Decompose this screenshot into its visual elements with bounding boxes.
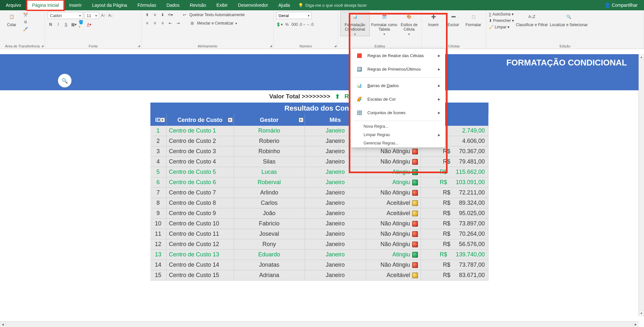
filter-dropdown-icon[interactable]: ▾ [299, 118, 303, 122]
table-row[interactable]: 5 Centro de Custo 5 Lucas Janeiro Atingi… [150, 167, 488, 177]
tell-me[interactable]: 💡 Diga-me o que você deseja fazer [298, 3, 367, 8]
table-row[interactable]: 8 Centro de Custo 8 Carlos Janeiro Aceit… [150, 198, 488, 208]
menu-icon-sets[interactable]: 🔣Conjuntos de Ícones▶ [351, 106, 445, 119]
number-format-combo[interactable] [276, 12, 312, 19]
table-row[interactable]: 10 Centro de Custo 10 Fabricio Janeiro N… [150, 219, 488, 229]
chevron-right-icon: ▶ [438, 111, 440, 114]
table-row[interactable]: 12 Centro de Custo 12 Rony Janeiro Não A… [150, 239, 488, 250]
tab-layout[interactable]: Layout da Página [87, 0, 132, 10]
table-row[interactable]: 11 Centro de Custo 11 Joseval Janeiro Nã… [150, 229, 488, 239]
table-row[interactable]: 6 Centro de Custo 6 Roberval Janeiro Ati… [150, 177, 488, 188]
align-left-icon[interactable]: ≡ [144, 20, 150, 26]
fill-color-button[interactable]: 🪣▾ [79, 22, 84, 27]
wrap-text-icon: ↩ [182, 12, 187, 18]
header-gestor[interactable]: Gestor▾ [234, 114, 305, 126]
increase-font-icon[interactable]: A↑ [100, 13, 106, 18]
menu-clear-rules[interactable]: Limpar Regras▶ [351, 131, 445, 139]
tab-exibir[interactable]: Exibir [211, 0, 233, 10]
tab-arquivo[interactable]: Arquivo [0, 0, 27, 10]
fill-button[interactable]: ⬇ Preencher ▾ [489, 18, 514, 23]
tab-ajuda[interactable]: Ajuda [273, 0, 295, 10]
header-id[interactable]: ID▾ [150, 114, 166, 126]
tab-formulas[interactable]: Fórmulas [132, 0, 161, 10]
align-center-icon[interactable]: ≡ [152, 20, 158, 26]
horizontal-scrollbar[interactable]: ◀▶ [0, 322, 639, 327]
decrease-font-icon[interactable]: A↓ [108, 13, 113, 18]
merge-center-button[interactable]: Mesclar e Centralizar [197, 21, 233, 25]
scroll-up-icon[interactable]: ▲ [639, 54, 644, 60]
delete-cells-button[interactable]: ➖Excluir [444, 12, 462, 27]
vertical-scrollbar[interactable]: ▲▼ [639, 54, 644, 316]
scroll-right-icon[interactable]: ▶ [633, 322, 639, 327]
font-size-combo[interactable]: 11▾ [84, 12, 99, 19]
underline-button[interactable]: S [63, 22, 69, 27]
cell-id: 7 [150, 188, 166, 198]
cell-id: 2 [150, 136, 166, 146]
insert-cells-button[interactable]: ➕Inserir [424, 12, 442, 27]
filter-dropdown-icon[interactable]: ▾ [228, 118, 232, 122]
conditional-formatting-button[interactable]: 📊 Formatação Condicional▾ [341, 12, 369, 36]
table-row[interactable]: 9 Centro de Custo 9 João Janeiro Aceitáv… [150, 208, 488, 219]
orientation-icon[interactable]: ⟲▾ [167, 12, 173, 18]
autosum-button[interactable]: ∑ AutoSoma ▾ [489, 12, 514, 16]
menu-new-rule[interactable]: Nova Regra... [351, 122, 445, 131]
align-right-icon[interactable]: ≡ [160, 20, 166, 26]
format-icon: ⬚ [468, 12, 478, 22]
paste-button[interactable]: 📋 Colar [3, 12, 21, 27]
increase-indent-icon[interactable]: ⇥ [175, 20, 181, 26]
table-row[interactable]: 7 Centro de Custo 7 Arlindo Janeiro Não … [150, 188, 488, 198]
cell-resultado: Aceitável [366, 198, 421, 208]
font-color-button[interactable]: A▾ [86, 22, 92, 27]
cell-styles-button[interactable]: 🎨 Estilos de Célula▾ [399, 12, 419, 36]
cut-icon[interactable]: ✂️ [23, 12, 28, 18]
format-cells-button[interactable]: ⬚Formatar [464, 12, 482, 27]
table-row[interactable]: 13 Centro de Custo 13 Eduardo Janeiro At… [150, 250, 488, 260]
decrease-indent-icon[interactable]: ⇤ [167, 20, 173, 26]
share-button[interactable]: 👤 Compartilhar [605, 3, 638, 8]
tab-dados[interactable]: Dados [161, 0, 185, 10]
table-row[interactable]: 4 Centro de Custo 4 Silas Janeiro Não At… [150, 157, 488, 167]
italic-button[interactable]: I [55, 22, 61, 27]
increase-decimal-icon[interactable]: .0→ [299, 22, 305, 27]
menu-color-scales[interactable]: 🌈Escalas de Cor▶ [351, 92, 445, 106]
clipboard-launcher-icon[interactable]: ◢ [41, 44, 43, 47]
wrap-text-button[interactable]: Quebrar Texto Automaticamente [189, 13, 245, 17]
align-bottom-icon[interactable]: ⬇ [160, 12, 166, 18]
tab-revisao[interactable]: Revisão [185, 0, 211, 10]
tab-desenvolvedor[interactable]: Desenvolvedor [233, 0, 273, 10]
header-centro[interactable]: Centro de Custo▾ [166, 114, 234, 126]
clear-button[interactable]: 🧹 Limpar ▾ [489, 25, 514, 29]
table-row[interactable]: 14 Centro de Custo 14 Jonatas Janeiro Nã… [150, 260, 488, 270]
tab-inserir[interactable]: Inserir [64, 0, 87, 10]
align-top-icon[interactable]: ⬆ [144, 12, 150, 18]
table-row[interactable]: 3 Centro de Custo 3 Robinho Janeiro Não … [150, 146, 488, 157]
sort-filter-button[interactable]: A↓ZClassificar e Filtrar [516, 12, 548, 27]
filter-dropdown-icon[interactable]: ▾ [160, 118, 165, 122]
decrease-decimal-icon[interactable]: ←.0 [307, 22, 313, 27]
format-as-table-button[interactable]: 🗓️ Formatar como Tabela▾ [371, 12, 398, 36]
group-styles-label: Estilos [341, 44, 419, 48]
format-painter-icon[interactable]: 🖌️ [23, 26, 28, 32]
border-button[interactable]: ▦▾ [71, 22, 77, 27]
insert-icon: ➕ [428, 12, 439, 22]
number-launcher-icon[interactable]: ◢ [334, 44, 336, 47]
scroll-down-icon[interactable]: ▼ [639, 311, 644, 316]
find-select-button[interactable]: 🔍Localizar e Selecionar [550, 12, 588, 27]
menu-highlight-rules[interactable]: 🟥Regras de Realce das Células▶ [351, 49, 445, 62]
font-name-combo[interactable]: Calibri▾ [48, 12, 83, 19]
menu-manage-rules[interactable]: Gerenciar Regras... [351, 139, 445, 147]
alignment-launcher-icon[interactable]: ◢ [270, 44, 272, 47]
tab-pagina-inicial[interactable]: Página Inicial [27, 0, 64, 10]
accounting-format-icon[interactable]: 💲▾ [276, 22, 282, 27]
align-middle-icon[interactable]: ≡ [152, 12, 158, 18]
menu-top-bottom-rules[interactable]: 🔟Regras de Primeiros/Últimos▶ [351, 62, 445, 76]
table-row[interactable]: 15 Centro de Custo 15 Adriana Janeiro Ac… [150, 270, 488, 281]
copy-icon[interactable]: ⧉ [23, 19, 28, 25]
comma-format-icon[interactable]: 000 [292, 22, 298, 27]
bold-button[interactable]: N [48, 22, 53, 27]
font-launcher-icon[interactable]: ◢ [138, 44, 140, 47]
cell-mes: Janeiro [305, 177, 366, 188]
scroll-left-icon[interactable]: ◀ [0, 322, 5, 327]
percent-format-icon[interactable]: % [284, 22, 290, 27]
menu-data-bars[interactable]: 📊BBarras de Dadosarras de Dados▶ [351, 79, 445, 92]
